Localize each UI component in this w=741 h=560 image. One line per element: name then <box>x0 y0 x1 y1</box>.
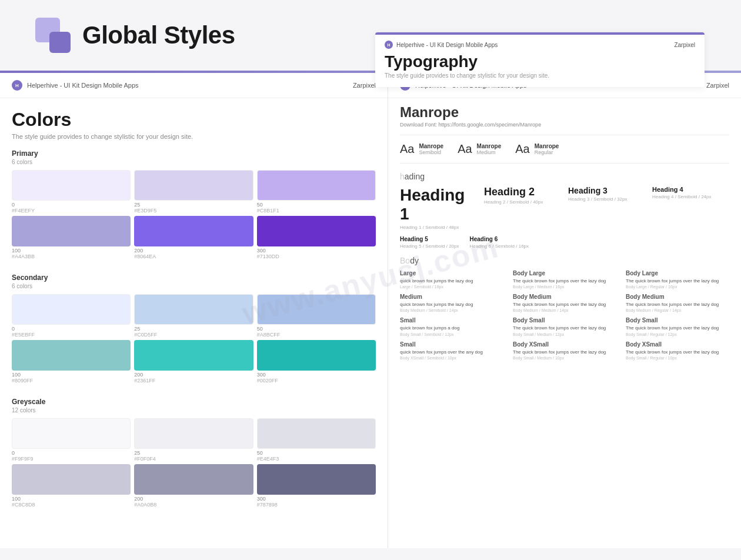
body-col: Largequick brown fox jumps the lazy dogL… <box>400 270 503 289</box>
colors-panel: H Helperhive - UI Kit Design Mobile Apps… <box>0 73 388 548</box>
color-swatch <box>12 216 131 246</box>
heading-section-label: hading <box>400 172 729 181</box>
body-col-label: Body Small <box>513 317 616 324</box>
color-hex: #C0D5FF <box>134 332 253 338</box>
heading-item: Heading 1Heading 1 / Semibold / 48px <box>400 186 477 230</box>
body-col-meta: Body XSmall / Semibold / 10px <box>400 356 503 360</box>
color-hex: #A0A0B8 <box>134 502 253 508</box>
body-row: Smallquick brown fox jumps a dogBody Sma… <box>400 317 729 336</box>
color-swatch <box>257 464 376 495</box>
color-hex: #2361FF <box>134 378 253 384</box>
peek-header: H Helperhive - UI Kit Design Mobile Apps… <box>385 41 695 49</box>
color-num: 100 <box>12 248 131 254</box>
body-section-label: Body <box>400 256 729 265</box>
colors-panel-header: H Helperhive - UI Kit Design Mobile Apps… <box>0 73 388 98</box>
colors-zarpixel: Zarpixel <box>353 82 376 89</box>
logo-icon <box>35 18 71 53</box>
heading-text: Heading 3 <box>568 186 645 195</box>
color-group: Secondary6 colors0#E5EBFF25#C0D5FF50#A8B… <box>12 274 376 384</box>
font-weights-row: AaManropeSemiboldAaManropeMediumAaManrop… <box>400 135 729 164</box>
font-weight-info: ManropeSemibold <box>419 143 443 155</box>
body-col: Body LargeThe quick brown fox jumps over… <box>626 270 729 289</box>
color-swatch-wrap: 100#A4A3BB <box>12 216 131 259</box>
color-swatch <box>12 340 131 371</box>
heading-sublabel: Heading 3 / Semibold / 32px <box>568 196 645 202</box>
font-weight-item: AaManropeMedium <box>458 142 501 156</box>
body-col-text: The quick brown fox jumps over the lazy … <box>513 278 616 284</box>
body-col: Body LargeThe quick brown fox jumps over… <box>513 270 616 289</box>
color-swatch <box>257 294 376 325</box>
color-swatch-wrap: 50#A8BCFF <box>257 294 376 338</box>
color-num: 300 <box>257 248 376 254</box>
color-swatch-wrap: 200#A0A0B8 <box>134 464 253 508</box>
body-col-label: Body Small <box>626 317 729 324</box>
color-hex: #8064EA <box>134 254 253 259</box>
heading-text: Heading 1 <box>400 186 477 224</box>
color-hex: #F0F0F4 <box>134 456 253 462</box>
small-heading-sublabel: Heading 6 / Semibold / 16px <box>470 244 529 249</box>
color-num: 200 <box>134 248 253 254</box>
color-hex: #E3D9F5 <box>134 208 253 214</box>
color-swatch <box>12 170 131 201</box>
body-col: Body XSmallThe quick brown fox jumps ove… <box>513 341 616 360</box>
body-col-meta: Body Small / Semibold / 12px <box>400 332 503 336</box>
color-swatch-wrap: 0#F9F9F9 <box>12 418 131 462</box>
color-hex: #C8C8D8 <box>12 502 131 508</box>
body-col-label: Body XSmall <box>513 341 616 348</box>
body-col-text: The quick brown fox jumps over the lazy … <box>626 278 729 284</box>
body-col-meta: Body Small / Medium / 12px <box>513 332 616 336</box>
color-num: 50 <box>257 202 376 208</box>
color-num: 25 <box>134 450 253 456</box>
body-col-text: The quick brown fox jumps over the lazy … <box>626 349 729 355</box>
color-num: 0 <box>12 450 131 456</box>
color-row: 0#F9F9F925#F0F0F450#E4E4F3 <box>12 418 376 462</box>
color-swatch-wrap: 25#F0F0F4 <box>134 418 253 462</box>
body-col: Smallquick brown fox jumps a dogBody Sma… <box>400 317 503 336</box>
color-swatch-wrap: 50#C8B1F1 <box>257 170 376 214</box>
color-swatch-wrap: 0#F4EEFY <box>12 170 131 214</box>
heading-text: Heading 2 <box>484 186 561 198</box>
colors-subtitle: The style guide provides to change styli… <box>0 133 388 149</box>
body-col-meta: Body Medium / Medium / 14px <box>513 308 616 312</box>
color-num: 0 <box>12 326 131 332</box>
color-swatch-wrap: 300#7130DD <box>257 216 376 259</box>
font-weight-aa: Aa <box>400 142 414 156</box>
color-group-title: Primary <box>12 149 376 158</box>
colors-title: Colors <box>0 98 388 133</box>
small-heading-text: Heading 6 <box>470 236 529 242</box>
color-swatch-wrap: 100#8090FF <box>12 340 131 384</box>
body-col-text: The quick brown fox jumps over the lazy … <box>513 325 616 331</box>
small-heading-sublabel: Heading 5 / Semibold / 20px <box>400 244 459 249</box>
peek-brand: H Helperhive - UI Kit Design Mobile Apps <box>385 41 498 49</box>
color-groups: Primary6 colors0#F4EEFY25#E3D9F550#C8B1F… <box>12 149 376 508</box>
headings-row: Heading 1Heading 1 / Semibold / 48pxHead… <box>400 186 729 230</box>
body-col: Body MediumThe quick brown fox jumps ove… <box>513 294 616 312</box>
color-swatch <box>12 464 131 495</box>
color-hex: #E5EBFF <box>12 332 131 338</box>
font-download: Download Font: https://fonts.google.com/… <box>400 122 729 128</box>
body-col-label: Body Large <box>626 270 729 276</box>
font-weight-aa: Aa <box>458 142 472 156</box>
body-col-meta: Body Small / Medium / 10px <box>513 356 616 360</box>
body-col-text: quick brown fox jumps the lazy dog <box>400 301 503 308</box>
color-swatch <box>134 170 253 201</box>
colors-brand-icon: H <box>12 80 22 91</box>
colors-brand: H Helperhive - UI Kit Design Mobile Apps <box>12 80 139 91</box>
color-swatch <box>257 216 376 246</box>
body-col-label: Body Large <box>513 270 616 276</box>
color-num: 50 <box>257 450 376 456</box>
small-heading-item: Heading 5Heading 5 / Semibold / 20px <box>400 236 459 249</box>
heading-item: Heading 3Heading 3 / Semibold / 32px <box>568 186 645 230</box>
colors-content: Primary6 colors0#F4EEFY25#E3D9F550#C8B1F… <box>0 149 388 548</box>
body-col-label: Small <box>400 317 503 324</box>
typo-zarpixel: Zarpixel <box>706 82 729 89</box>
color-num: 200 <box>134 496 253 502</box>
heading-sublabel: Heading 2 / Semibold / 40px <box>484 199 561 205</box>
color-num: 300 <box>257 372 376 378</box>
color-swatch <box>134 294 253 325</box>
color-row: 100#8090FF200#2361FF300#0020FF <box>12 340 376 384</box>
color-row: 100#A4A3BB200#8064EA300#7130DD <box>12 216 376 259</box>
body-col-text: The quick brown fox jumps over the lazy … <box>513 349 616 355</box>
body-col-text: The quick brown fox jumps over the lazy … <box>626 301 729 308</box>
logo-square-front <box>49 32 71 53</box>
